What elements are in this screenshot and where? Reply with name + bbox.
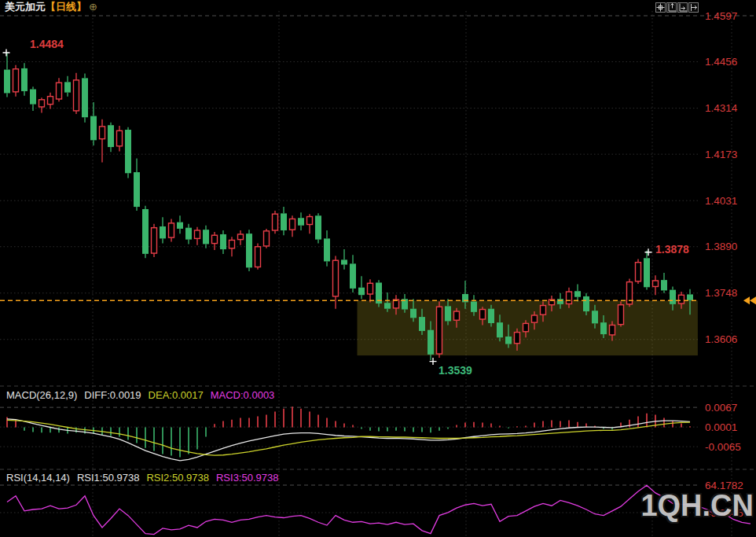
macd-dea-value: DEA:0.0017	[149, 389, 204, 401]
chart-title-bar: 美元加元【日线】⊕	[5, 1, 97, 13]
price-tag-icon	[750, 296, 756, 304]
gridlines-layer	[0, 11, 756, 537]
axis-label: 1.4484	[30, 38, 64, 50]
rsi2-value: RSI2:50.9738	[146, 472, 209, 484]
period-label: 【日线】	[46, 1, 86, 13]
axis-label: 1.3539	[439, 364, 472, 377]
symbol-name: 美元加元	[5, 1, 46, 13]
crosshair-move-button[interactable]	[655, 2, 666, 13]
axis-label: 1.3890	[705, 241, 737, 252]
macd-layer: 0.00670.0001-0.0065	[7, 402, 741, 461]
chart-canvas[interactable]: 1.44841.35391.38781.45971.44561.43141.41…	[0, 0, 756, 537]
rsi-title: RSI(14,14,14)	[6, 472, 70, 484]
add-indicator-icon[interactable]: ⊕	[89, 1, 97, 13]
axis-label: -0.0065	[705, 441, 741, 453]
rsi-header: RSI(14,14,14)RSI1:50.9738RSI2:50.9738RSI…	[6, 472, 278, 484]
pan-to-latest-button[interactable]	[688, 2, 699, 13]
axis-label: 1.4031	[705, 195, 737, 207]
axis-label: 0.0001	[705, 421, 737, 433]
macd-diff-value: DIFF:0.0019	[84, 389, 141, 401]
rsi3-value: RSI3:50.9738	[216, 472, 279, 484]
rsi-layer: 64.178245.9045	[7, 480, 750, 535]
axis-label: 1.4597	[705, 10, 737, 22]
pan-right-icon	[689, 3, 698, 12]
chart-toolbar	[655, 2, 699, 13]
scale-y-axis-icon	[667, 3, 676, 12]
macd-header: MACD(26,12,9)DIFF:0.0019DEA:0.0017MACD:0…	[6, 389, 274, 401]
price-axis-labels: 1.45971.44561.43141.41731.40311.38901.37…	[705, 10, 738, 346]
scale-y-axis-button[interactable]	[666, 2, 677, 13]
axis-label: 1.4173	[705, 149, 737, 160]
price-tag-icon	[743, 296, 750, 304]
extreme-cross-marker	[645, 248, 652, 256]
crosshair-icon	[656, 3, 665, 12]
macd-macd-value: MACD:0.0003	[211, 389, 275, 401]
rsi1-value: RSI1:50.9738	[77, 472, 140, 484]
axis-label: 1.4456	[705, 56, 737, 68]
axis-label: 1.3748	[705, 287, 737, 299]
axis-label: 1.3606	[705, 333, 737, 345]
scale-x-axis-button[interactable]	[677, 2, 688, 13]
axis-label: 1.4314	[705, 102, 738, 114]
axis-label: 0.0067	[705, 402, 737, 414]
axis-label: 1.3878	[655, 243, 689, 256]
scale-x-axis-icon	[678, 3, 687, 12]
watermark: 1QH.CN	[640, 489, 754, 523]
macd-title: MACD(26,12,9)	[6, 389, 77, 401]
extreme-cross-marker	[3, 49, 10, 56]
trading-chart-app: 1.44841.35391.38781.45971.44561.43141.41…	[0, 0, 756, 537]
